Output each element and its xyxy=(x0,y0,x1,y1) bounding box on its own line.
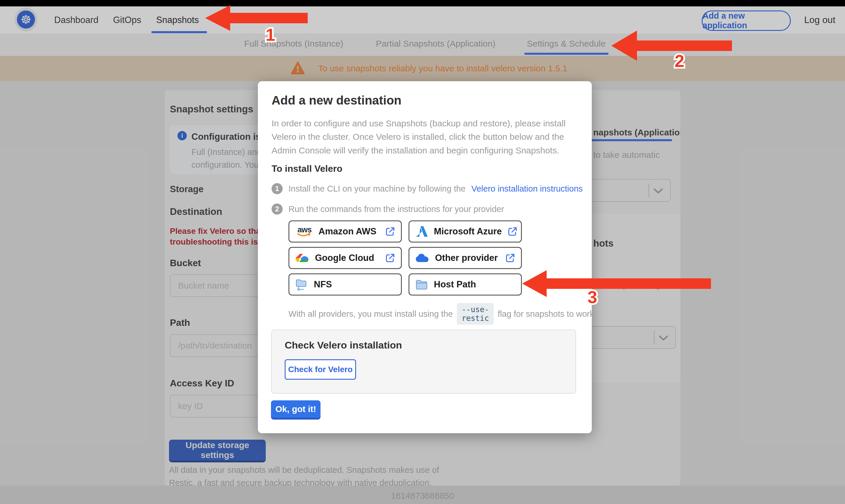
nfs-folder-icon xyxy=(295,278,308,291)
install-step-1: 1 Install the CLI on your machine by fol… xyxy=(271,183,583,194)
check-velero-box: Check Velero installation Check for Vele… xyxy=(271,329,576,394)
check-for-velero-button[interactable]: Check for Velero xyxy=(285,359,356,380)
external-link-icon xyxy=(385,253,395,263)
modal-intro-line1: In order to configure and use Snapshots … xyxy=(271,119,566,128)
external-link-icon xyxy=(505,253,515,263)
ok-got-it-button[interactable]: Ok, got it! xyxy=(271,400,320,419)
folder-icon xyxy=(415,278,428,290)
add-destination-modal: Add a new destination In order to config… xyxy=(258,81,592,433)
admin-console-page: ☸ Dashboard GitOps Snapshots Add a new a… xyxy=(0,0,845,504)
install-velero-heading: To install Velero xyxy=(271,163,342,174)
google-cloud-logo-icon xyxy=(295,253,309,263)
modal-title: Add a new destination xyxy=(271,93,402,107)
velero-install-instructions-link[interactable]: Velero installation instructions xyxy=(472,184,583,194)
step-2-badge: 2 xyxy=(271,203,283,215)
check-velero-heading: Check Velero installation xyxy=(285,340,402,351)
modal-intro-line2: Velero in the cluster. Once Velero is in… xyxy=(271,132,564,142)
aws-logo-icon: aws xyxy=(295,225,313,238)
provider-other-button[interactable]: Other provider xyxy=(408,247,522,269)
provider-microsoft-azure-button[interactable]: Microsoft Azure xyxy=(408,220,522,242)
step-1-text: Install the CLI on your machine by follo… xyxy=(288,184,465,194)
install-step-2: 2 Run the commands from the instructions… xyxy=(271,203,504,215)
restic-flag-code: --use-restic xyxy=(457,303,494,325)
provider-host-path-button[interactable]: Host Path xyxy=(408,273,522,295)
external-link-icon xyxy=(385,227,395,236)
step-1-badge: 1 xyxy=(271,183,283,194)
step-2-text: Run the commands from the instructions f… xyxy=(288,204,504,214)
provider-nfs-button[interactable]: NFS xyxy=(288,273,402,295)
restic-note-after: flag for snapshots to work. xyxy=(498,309,596,319)
azure-logo-icon xyxy=(415,226,428,238)
provider-google-cloud-button[interactable]: Google Cloud xyxy=(288,247,402,269)
restic-note-before: With all providers, you must install usi… xyxy=(288,309,453,319)
modal-intro-line3: Admin Console will verify the installati… xyxy=(271,146,559,156)
cloud-icon xyxy=(415,253,429,263)
restic-note: With all providers, you must install usi… xyxy=(288,303,596,325)
external-link-icon xyxy=(508,227,517,236)
provider-amazon-aws-button[interactable]: aws Amazon AWS xyxy=(288,220,402,242)
provider-grid: aws Amazon AWS Microsoft Azu xyxy=(288,220,522,295)
